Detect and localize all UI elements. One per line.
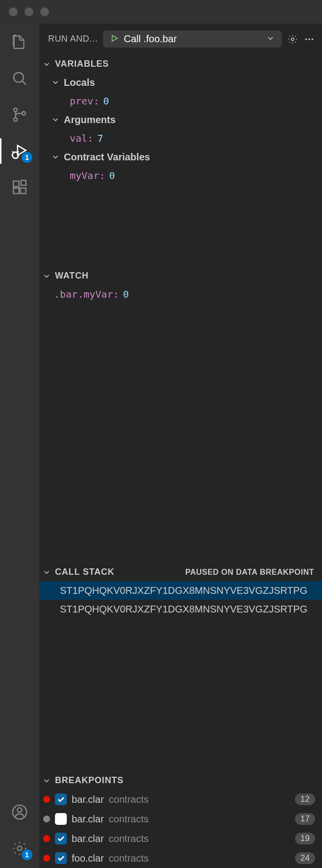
- scope-label: Locals: [64, 77, 95, 88]
- zoom-traffic-light[interactable]: [40, 7, 49, 16]
- debug-config-name: Call .foo.bar: [124, 33, 261, 45]
- variables-title: VARIABLES: [55, 59, 109, 69]
- svg-point-19: [312, 38, 314, 40]
- breakpoint-directory: contracts: [109, 833, 149, 844]
- stack-frame-label: ST1PQHQKV0RJXZFY1DGX8MNSNYVE3VGZJSRTPG: [60, 585, 307, 596]
- breakpoint-directory: contracts: [109, 794, 149, 805]
- svg-point-17: [305, 38, 307, 40]
- scope-row[interactable]: Arguments: [42, 110, 322, 129]
- chevron-down-icon: [266, 34, 275, 45]
- close-traffic-light[interactable]: [9, 7, 18, 16]
- svg-point-16: [291, 38, 294, 41]
- watch-expression: .bar.myVar:: [54, 288, 119, 300]
- svg-line-1: [22, 81, 26, 85]
- source-control-icon[interactable]: [10, 105, 29, 125]
- svg-point-0: [14, 73, 24, 82]
- breakpoint-file: bar.clar: [72, 814, 104, 825]
- svg-rect-12: [21, 180, 26, 185]
- gear-icon[interactable]: [287, 33, 298, 45]
- breakpoint-row[interactable]: foo.clarcontracts24: [39, 848, 322, 868]
- run-and-debug-icon[interactable]: 1: [10, 141, 29, 161]
- svg-point-14: [17, 808, 22, 812]
- breakpoint-directory: contracts: [109, 853, 149, 864]
- variables-section: VARIABLES Locals prev: 0 Arguments val:: [39, 54, 322, 266]
- variable-name: myVar:: [70, 170, 105, 181]
- debug-sidebar: RUN AND… Call .foo.bar VARIABLES: [39, 24, 322, 868]
- breakpoint-checkbox[interactable]: [55, 793, 67, 805]
- callstack-body: ST1PQHQKV0RJXZFY1DGX8MNSNYVE3VGZJSRTPG S…: [39, 581, 322, 771]
- breakpoints-section: BREAKPOINTS bar.clarcontracts12bar.clarc…: [39, 771, 322, 868]
- accounts-icon[interactable]: [10, 802, 29, 822]
- watch-item[interactable]: .bar.myVar: 0: [42, 285, 322, 304]
- svg-line-7: [18, 152, 19, 153]
- breakpoint-row[interactable]: bar.clarcontracts17: [39, 809, 322, 829]
- variable-value: 0: [109, 170, 115, 181]
- settings-gear-icon[interactable]: 1: [10, 839, 29, 858]
- watch-value: 0: [123, 288, 129, 300]
- variable-row[interactable]: val: 7: [42, 129, 322, 148]
- callstack-status: PAUSED ON DATA BREAKPOINT: [185, 568, 314, 577]
- watch-header[interactable]: WATCH: [39, 267, 322, 285]
- settings-badge: 1: [22, 849, 32, 860]
- svg-line-6: [12, 152, 13, 153]
- callstack-section: CALL STACK PAUSED ON DATA BREAKPOINT ST1…: [39, 562, 322, 771]
- variable-name: val:: [70, 132, 93, 144]
- scope-row[interactable]: Contract Variables: [42, 148, 322, 166]
- breakpoint-line-badge: 19: [295, 833, 315, 844]
- breakpoint-dot-icon: [43, 816, 50, 822]
- debug-config-selector[interactable]: Call .foo.bar: [103, 30, 282, 48]
- svg-point-18: [308, 38, 310, 40]
- watch-section: WATCH .bar.myVar: 0: [39, 266, 322, 562]
- breakpoint-line-badge: 24: [295, 852, 315, 864]
- stack-frame[interactable]: ST1PQHQKV0RJXZFY1DGX8MNSNYVE3VGZJSRTPG: [39, 581, 322, 600]
- breakpoints-header[interactable]: BREAKPOINTS: [39, 771, 322, 790]
- search-icon[interactable]: [10, 69, 29, 88]
- breakpoint-directory: contracts: [109, 814, 149, 825]
- scope-label: Arguments: [64, 114, 116, 126]
- variable-row[interactable]: myVar: 0: [42, 166, 322, 185]
- breakpoint-checkbox[interactable]: [55, 852, 67, 864]
- window-titlebar: [0, 0, 322, 24]
- breakpoint-checkbox[interactable]: [55, 833, 67, 844]
- chevron-down-icon: [41, 776, 52, 785]
- debug-badge: 1: [22, 152, 32, 163]
- breakpoint-dot-icon: [43, 796, 50, 803]
- variable-value: 0: [103, 95, 109, 107]
- watch-body: .bar.myVar: 0: [39, 285, 322, 562]
- breakpoint-file: bar.clar: [72, 794, 104, 805]
- scope-row[interactable]: Locals: [42, 73, 322, 92]
- svg-point-3: [14, 118, 17, 121]
- svg-rect-11: [20, 188, 26, 193]
- scope-label: Contract Variables: [64, 152, 150, 163]
- breakpoints-title: BREAKPOINTS: [55, 775, 124, 786]
- activity-bar: 1 1: [0, 24, 39, 868]
- svg-rect-9: [13, 181, 19, 186]
- panel-title: RUN AND…: [48, 34, 98, 44]
- breakpoint-file: foo.clar: [72, 853, 104, 864]
- variables-body: Locals prev: 0 Arguments val: 7 Contract…: [39, 73, 322, 266]
- play-icon: [110, 34, 119, 45]
- extensions-icon[interactable]: [10, 178, 29, 197]
- explorer-icon[interactable]: [10, 32, 29, 52]
- debug-header: RUN AND… Call .foo.bar: [39, 24, 322, 54]
- breakpoint-row[interactable]: bar.clarcontracts12: [39, 790, 322, 809]
- chevron-down-icon: [50, 78, 61, 87]
- breakpoint-dot-icon: [43, 855, 50, 862]
- callstack-header[interactable]: CALL STACK PAUSED ON DATA BREAKPOINT: [39, 563, 322, 581]
- variable-value: 7: [97, 132, 103, 144]
- main-area: 1 1 RUN AND… Call .foo.bar: [0, 24, 322, 868]
- more-icon[interactable]: [303, 33, 315, 45]
- minimize-traffic-light[interactable]: [25, 7, 33, 16]
- watch-title: WATCH: [55, 271, 89, 281]
- stack-frame[interactable]: ST1PQHQKV0RJXZFY1DGX8MNSNYVE3VGZJSRTPG: [39, 600, 322, 618]
- stack-frame-label: ST1PQHQKV0RJXZFY1DGX8MNSNYVE3VGZJSRTPG: [60, 604, 307, 615]
- callstack-title: CALL STACK: [55, 567, 114, 577]
- breakpoint-line-badge: 17: [295, 813, 315, 825]
- chevron-down-icon: [50, 115, 61, 124]
- breakpoint-row[interactable]: bar.clarcontracts19: [39, 829, 322, 848]
- variable-row[interactable]: prev: 0: [42, 92, 322, 110]
- chevron-down-icon: [50, 153, 61, 161]
- breakpoint-checkbox[interactable]: [55, 813, 67, 825]
- variables-header[interactable]: VARIABLES: [39, 55, 322, 73]
- svg-point-2: [14, 108, 17, 112]
